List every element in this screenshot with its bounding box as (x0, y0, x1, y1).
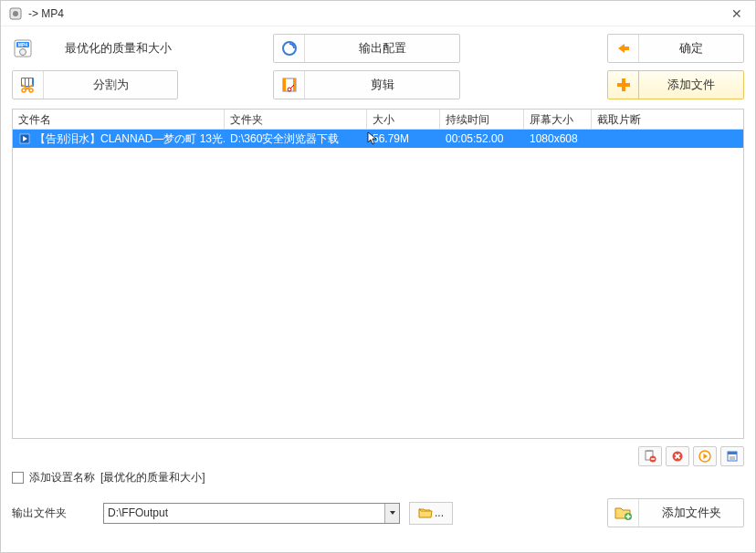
table-body: 【告别泪水】CLANNAD—梦の町 13光... D:\360安全浏览器下载 5… (13, 130, 743, 438)
th-duration[interactable]: 持续时间 (440, 110, 524, 129)
svg-rect-23 (617, 83, 630, 87)
add-settings-name-checkbox[interactable] (12, 472, 24, 484)
folder-open-icon (418, 506, 433, 519)
add-folder-button[interactable]: 添加文件夹 (607, 498, 744, 527)
actions-row (1, 446, 755, 466)
play-button[interactable] (693, 446, 717, 466)
settings-row: 添加设置名称 [最优化的质量和大小] (1, 470, 755, 485)
svg-rect-12 (29, 78, 32, 86)
svg-rect-35 (728, 452, 737, 454)
cell-clip (592, 137, 719, 141)
svg-rect-28 (651, 458, 655, 460)
svg-point-13 (22, 89, 26, 92)
info-button[interactable] (720, 446, 744, 466)
edit-button[interactable]: 剪辑 (273, 70, 460, 99)
svg-point-14 (29, 89, 33, 92)
add-settings-name-value: [最优化的质量和大小] (100, 470, 205, 485)
th-screen[interactable]: 屏幕大小 (524, 110, 592, 129)
cell-name: 【告别泪水】CLANNAD—梦の町 13光... (35, 131, 225, 147)
table-row[interactable]: 【告别泪水】CLANNAD—梦の町 13光... D:\360安全浏览器下载 5… (13, 130, 743, 148)
cell-screen: 1080x608 (524, 130, 592, 147)
svg-rect-18 (283, 78, 286, 91)
svg-rect-41 (625, 516, 630, 517)
svg-point-1 (13, 11, 18, 16)
titlebar: -> MP4 ✕ (1, 1, 755, 26)
svg-rect-11 (26, 78, 28, 86)
video-file-icon (18, 132, 31, 145)
quality-label: 最优化的质量和大小 (41, 40, 172, 57)
toolbar: MP4 最优化的质量和大小 输出配置 确定 分割为 (1, 26, 755, 103)
add-file-button[interactable]: 添加文件 (607, 70, 744, 99)
svg-marker-8 (618, 44, 629, 53)
app-icon (8, 6, 23, 21)
th-name[interactable]: 文件名 (13, 110, 225, 129)
arrow-right-icon (608, 35, 639, 62)
chevron-down-icon (384, 504, 399, 523)
output-config-button[interactable]: 输出配置 (273, 34, 460, 63)
svg-marker-38 (390, 511, 395, 515)
th-folder[interactable]: 文件夹 (225, 110, 367, 129)
output-folder-label: 输出文件夹 (12, 506, 94, 521)
th-clip[interactable]: 截取片断 (592, 110, 743, 129)
film-edit-icon (274, 71, 305, 99)
add-settings-name-label: 添加设置名称 (29, 470, 95, 485)
svg-marker-33 (704, 454, 709, 459)
table-header: 文件名 文件夹 大小 持续时间 屏幕大小 截取片断 (13, 110, 743, 130)
close-button[interactable]: ✕ (726, 3, 748, 25)
plus-icon (608, 71, 639, 99)
split-button[interactable]: 分割为 (12, 70, 178, 99)
cell-folder: D:\360安全浏览器下载 (225, 130, 367, 149)
scissors-icon (13, 71, 44, 99)
browse-folder-button[interactable]: ... (409, 502, 453, 525)
output-row: 输出文件夹 D:\FFOutput ... 添加文件夹 (1, 498, 755, 527)
output-folder-path: D:\FFOutput (108, 506, 384, 519)
browse-label: ... (435, 506, 444, 519)
window-title: -> MP4 (28, 7, 726, 20)
th-size[interactable]: 大小 (367, 110, 440, 129)
cell-size: 56.79M (367, 130, 440, 147)
folder-plus-icon (608, 499, 639, 527)
ok-button[interactable]: 确定 (607, 34, 744, 63)
mp4-icon: MP4 (12, 37, 34, 59)
output-folder-combo[interactable]: D:\FFOutput (103, 503, 400, 524)
svg-point-5 (20, 49, 26, 56)
cell-duration: 00:05:52.00 (440, 130, 524, 147)
gear-icon (274, 35, 305, 62)
file-table: 文件名 文件夹 大小 持续时间 屏幕大小 截取片断 【告别泪水】CLANNAD—… (12, 109, 744, 439)
remove-item-button[interactable] (638, 446, 662, 466)
clear-list-button[interactable] (666, 446, 689, 466)
svg-text:MP4: MP4 (18, 42, 28, 47)
